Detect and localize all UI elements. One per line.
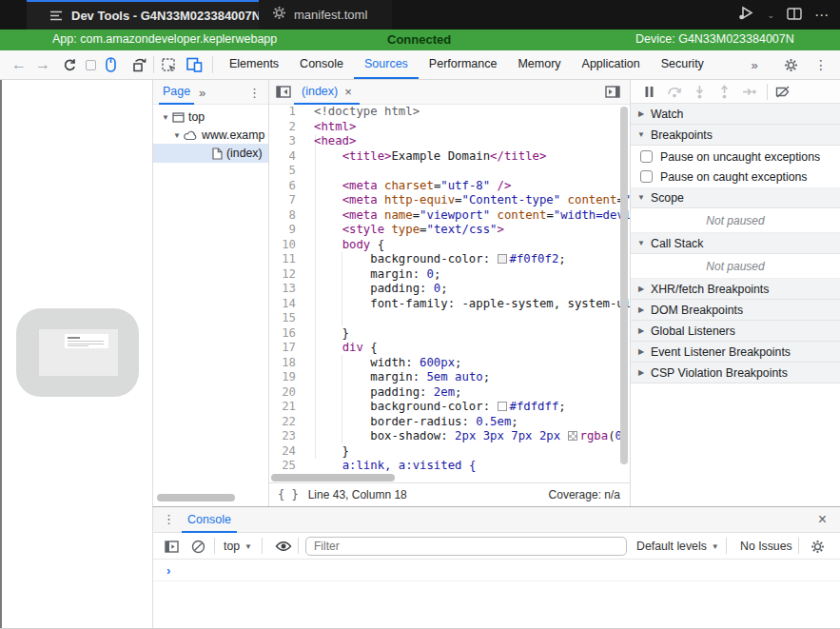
tab-sources[interactable]: Sources bbox=[354, 50, 419, 79]
color-swatch-icon[interactable] bbox=[568, 431, 577, 441]
code-line[interactable]: 10 body { bbox=[269, 238, 630, 253]
line-number[interactable]: 8 bbox=[269, 208, 304, 224]
window-tab-manifest[interactable]: manifest.toml bbox=[259, 0, 392, 29]
line-number[interactable]: 5 bbox=[269, 164, 304, 179]
close-drawer-icon[interactable]: × bbox=[818, 511, 827, 528]
filter-input[interactable] bbox=[305, 537, 627, 556]
line-number[interactable]: 21 bbox=[269, 400, 304, 415]
code-line[interactable]: 7 <meta http-equiv="Content-type" conten… bbox=[269, 193, 630, 208]
tab-page[interactable]: Page bbox=[159, 80, 194, 105]
line-number[interactable]: 1 bbox=[269, 105, 304, 120]
section-csp-violation-breakpoints[interactable]: ▶CSP Violation Breakpoints bbox=[631, 363, 840, 383]
checkbox-toggle[interactable] bbox=[84, 50, 97, 79]
code-line[interactable]: 19 margin: 5em auto; bbox=[269, 370, 630, 385]
forward-button[interactable]: → bbox=[34, 50, 51, 79]
chevron-down-icon[interactable]: ⌄ bbox=[767, 10, 774, 20]
clear-console-icon[interactable] bbox=[191, 533, 205, 560]
tab-security[interactable]: Security bbox=[651, 50, 714, 79]
code-line[interactable]: 3<head> bbox=[269, 134, 630, 149]
tab-console[interactable]: Console bbox=[182, 507, 237, 533]
line-number[interactable]: 14 bbox=[269, 297, 304, 312]
console-prompt[interactable]: › bbox=[153, 560, 840, 581]
more-tabs-chevron[interactable]: » bbox=[199, 86, 205, 100]
code-line[interactable]: 4 <title>Example Domain</title> bbox=[269, 149, 630, 165]
section-global-listeners[interactable]: ▶Global Listeners bbox=[631, 321, 840, 342]
editor-tab-index[interactable]: (index) × bbox=[294, 80, 360, 105]
pause-caught-row[interactable]: Pause on caught exceptions bbox=[631, 167, 840, 187]
settings-gear-icon[interactable] bbox=[782, 50, 799, 79]
checkbox[interactable] bbox=[640, 150, 653, 163]
issues-counter[interactable]: No Issues bbox=[740, 533, 792, 560]
mouse-mode-button[interactable] bbox=[104, 50, 117, 79]
context-selector[interactable]: top ▼ bbox=[224, 533, 252, 560]
code-line[interactable]: 21 background-color: #fdfdff; bbox=[269, 400, 630, 415]
line-number[interactable]: 12 bbox=[269, 267, 304, 283]
line-number[interactable]: 22 bbox=[269, 415, 304, 430]
checkbox[interactable] bbox=[640, 170, 653, 183]
back-button[interactable]: ← bbox=[10, 50, 28, 79]
line-number[interactable]: 2 bbox=[269, 120, 304, 135]
step-into-icon[interactable] bbox=[693, 80, 706, 104]
line-number[interactable]: 7 bbox=[269, 193, 304, 208]
line-number[interactable]: 23 bbox=[269, 429, 304, 444]
line-number[interactable]: 16 bbox=[269, 326, 304, 342]
inspect-element-icon[interactable] bbox=[160, 50, 177, 79]
vertical-scrollbar[interactable] bbox=[620, 107, 628, 464]
kebab-menu-icon[interactable]: ⋮ bbox=[163, 512, 175, 526]
code-line[interactable]: 5 bbox=[269, 164, 630, 179]
step-over-icon[interactable] bbox=[667, 80, 682, 104]
kebab-menu-icon[interactable]: ⋮ bbox=[814, 50, 828, 79]
line-number[interactable]: 11 bbox=[269, 252, 304, 267]
code-line[interactable]: 17 div { bbox=[269, 341, 630, 356]
code-line[interactable]: 25 a:link, a:visited { bbox=[269, 459, 630, 473]
more-tabs-chevron[interactable]: » bbox=[746, 50, 763, 79]
deactivate-breakpoints-icon[interactable] bbox=[775, 80, 791, 104]
device-screen-preview[interactable] bbox=[39, 329, 118, 376]
console-sidebar-icon[interactable] bbox=[165, 533, 179, 560]
horizontal-scrollbar[interactable] bbox=[271, 474, 395, 482]
code-line[interactable]: 13 padding: 0; bbox=[269, 282, 630, 297]
code-area[interactable]: 1<!doctype html>2<html>3<head>4 <title>E… bbox=[269, 105, 630, 473]
code-line[interactable]: 1<!doctype html> bbox=[269, 105, 630, 120]
tab-application[interactable]: Application bbox=[572, 50, 651, 79]
collapse-navigator-icon[interactable] bbox=[276, 85, 291, 102]
section-call-stack[interactable]: ▼Call Stack bbox=[631, 233, 840, 254]
code-line[interactable]: 18 width: 600px; bbox=[269, 356, 630, 371]
kebab-menu-icon[interactable]: ⋮ bbox=[248, 86, 261, 100]
line-number[interactable]: 19 bbox=[269, 370, 304, 385]
caret-icon[interactable]: ▼ bbox=[172, 131, 182, 140]
caret-icon[interactable]: ▼ bbox=[161, 113, 170, 122]
code-line[interactable]: 24 } bbox=[269, 444, 630, 460]
tab-elements[interactable]: Elements bbox=[219, 50, 289, 79]
split-columns-icon[interactable] bbox=[787, 7, 802, 24]
section-event-listener-breakpoints[interactable]: ▶Event Listener Breakpoints bbox=[631, 342, 840, 363]
line-number[interactable]: 15 bbox=[269, 311, 304, 326]
code-line[interactable]: 14 font-family: -apple-system, system-ui… bbox=[269, 297, 630, 312]
pretty-print-icon[interactable]: { } bbox=[278, 488, 299, 501]
line-number[interactable]: 3 bbox=[269, 134, 304, 149]
line-number[interactable]: 13 bbox=[269, 282, 304, 297]
code-line[interactable]: 6 <meta charset="utf-8" /> bbox=[269, 179, 630, 194]
horizontal-scrollbar[interactable] bbox=[157, 494, 235, 501]
color-swatch-icon[interactable] bbox=[498, 254, 507, 264]
code-line[interactable]: 8 <meta name="viewport" content="width=d… bbox=[269, 208, 630, 224]
log-levels-selector[interactable]: Default levels ▼ bbox=[636, 533, 719, 560]
section-watch[interactable]: ▶Watch bbox=[631, 104, 840, 125]
tab-memory[interactable]: Memory bbox=[507, 50, 571, 79]
tree-item-www-examp[interactable]: ▼www.examp bbox=[153, 126, 268, 145]
pause-script-icon[interactable] bbox=[644, 80, 654, 104]
line-number[interactable]: 17 bbox=[269, 341, 304, 356]
section-xhr-breakpoints[interactable]: ▶XHR/fetch Breakpoints bbox=[631, 279, 840, 300]
line-number[interactable]: 9 bbox=[269, 223, 304, 238]
code-line[interactable]: 2<html> bbox=[269, 120, 630, 135]
step-out-icon[interactable] bbox=[718, 80, 731, 104]
section-breakpoints[interactable]: ▼Breakpoints bbox=[631, 125, 840, 146]
tree-item-top[interactable]: ▼top bbox=[153, 108, 268, 127]
device-toolbar-icon[interactable] bbox=[185, 50, 204, 79]
code-line[interactable]: 9 <style type="text/css"> bbox=[269, 223, 630, 238]
live-expression-eye-icon[interactable] bbox=[275, 533, 292, 560]
section-scope[interactable]: ▼Scope bbox=[631, 187, 840, 208]
line-number[interactable]: 18 bbox=[269, 356, 304, 371]
line-number[interactable]: 20 bbox=[269, 385, 304, 401]
code-line[interactable]: 11 background-color: #f0f0f2; bbox=[269, 252, 630, 267]
